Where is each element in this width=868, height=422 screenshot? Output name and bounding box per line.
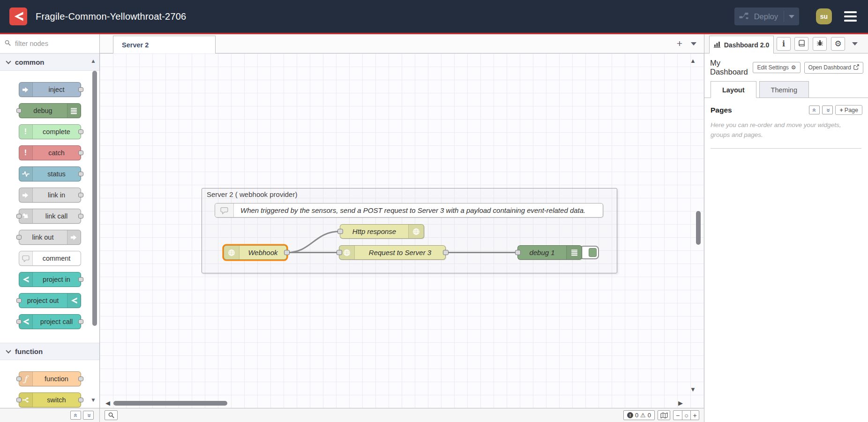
gear-icon: ⚙ [791,65,796,70]
flow-node-http_response[interactable]: Http response [340,224,424,239]
vscroll-up-icon[interactable]: ▲ [690,58,696,64]
add-page-button[interactable]: + Page [835,105,862,115]
zoom-reset-button[interactable]: ○ [682,411,690,420]
palette-node-project-in[interactable]: project in [19,272,81,287]
horizontal-scrollbar[interactable] [113,401,227,406]
hscroll-left-icon[interactable]: ◀ [105,400,110,406]
palette-node-catch[interactable]: !catch [19,145,81,160]
open-dashboard-button[interactable]: Open Dashboard [804,62,863,74]
palette-node-label: comment [19,251,81,265]
palette-node-project-out[interactable]: project out [19,293,81,308]
output-port[interactable] [284,250,290,255]
chevron-down-icon [6,348,11,353]
palette-category-function[interactable]: function [0,343,99,360]
palette-node-label: debug [19,104,81,118]
palette-node-debug[interactable]: debug [19,103,81,118]
notifications-counter[interactable]: ! 0 ⚠ 0 [623,410,655,420]
pages-header-row: Pages « « + Page [704,98,868,119]
flow-node-debug1[interactable]: debug 1 [517,245,582,260]
flow-node-label: Http response [340,225,424,238]
zoom-out-button[interactable]: − [673,411,682,420]
user-avatar[interactable]: su [816,8,832,24]
edit-settings-button[interactable]: Edit Settings ⚙ [753,62,800,73]
sidebar-tabs-caret-icon[interactable] [852,42,858,45]
flow-node-label: Webhook [224,246,286,259]
palette-node-label: link call [19,209,81,223]
sidebar-tab-debug[interactable] [813,37,827,51]
palette-node-switch[interactable]: switch [19,392,81,407]
sidebar-tab-config[interactable]: ⚙ [831,37,845,51]
error-count-icon: ! [627,412,633,418]
comment-bubble-icon [215,203,234,217]
input-port [16,214,22,219]
palette-node-project-call[interactable]: project call [19,314,81,329]
debug-toggle-button[interactable] [580,246,599,259]
palette-node-inject[interactable]: inject [19,82,81,97]
pages-move-down-button[interactable]: « [822,106,833,114]
palette-node-label: inject [19,83,81,97]
sidebar-tabbar: Dashboard 2.0 i ⚙ [704,34,868,53]
output-port [78,398,83,402]
pages-move-up-button[interactable]: « [809,106,820,114]
palette-node-link-call[interactable]: link call [19,209,81,224]
palette-category-common[interactable]: common [0,53,99,71]
palette-node-complete[interactable]: !complete [19,124,81,139]
flow-node-label: Request to Server 3 [339,246,445,259]
external-link-icon [853,64,859,71]
flow-tab-server-2[interactable]: Server 2 [113,36,216,53]
sidebar-tab-dashboard[interactable]: Dashboard 2.0 [709,36,774,53]
output-port [78,319,83,324]
navigator-toggle-button[interactable] [658,410,670,420]
flowfuse-logo-icon [9,8,27,25]
output-port [78,377,83,381]
dashboard-header-row: My Dashboard Edit Settings ⚙ Open Dashbo… [704,53,868,81]
palette-node-label: function [19,372,81,386]
plus-icon: + [839,107,843,113]
palette-node-link-in[interactable]: link in [19,188,81,203]
add-flow-button[interactable]: + [677,38,682,49]
palette-scroll-up-icon[interactable]: ▲ [90,58,96,64]
wire-webhook-httpresponse[interactable] [287,232,340,253]
sidebar-tab-info[interactable]: i [777,37,791,51]
zoom-in-button[interactable]: + [690,411,699,420]
input-port[interactable] [337,229,343,234]
bug-icon [816,39,823,48]
sidebar-tab-help[interactable] [794,37,808,51]
comment-node[interactable]: When triggered by the sensors, send a PO… [215,203,603,218]
vscroll-down-icon[interactable]: ▼ [690,386,696,392]
flow-list-caret-icon[interactable] [691,42,696,45]
palette-node-link-out[interactable]: link out [19,230,81,245]
palette-node-label: complete [19,125,81,139]
palette-collapse-all-button[interactable]: « [70,411,81,420]
palette-search[interactable] [0,34,99,53]
main-menu-button[interactable] [844,11,857,22]
palette-node-status[interactable]: status [19,166,81,181]
hscroll-right-icon[interactable]: ▶ [678,400,683,406]
palette-scroll-down-icon[interactable]: ▼ [90,397,96,403]
palette-scrollbar[interactable] [92,71,97,326]
flow-tab-label: Server 2 [122,41,149,49]
input-port [16,377,22,381]
flow-node-request[interactable]: Request to Server 3 [339,245,446,260]
warning-icon: ⚠ [640,412,646,418]
deploy-button[interactable]: Deploy [734,8,799,25]
chevron-down-icon [6,59,11,64]
deploy-options-caret-icon[interactable] [789,15,794,18]
palette-expand-all-button[interactable]: « [83,411,94,420]
input-port[interactable] [515,250,521,255]
tab-theming[interactable]: Theming [759,81,809,98]
canvas-search-button[interactable] [105,410,118,420]
output-port[interactable] [443,250,449,255]
vertical-scrollbar[interactable] [696,211,701,245]
palette-node-comment[interactable]: comment [19,251,81,266]
flow-tabbar: Server 2 + [100,34,704,53]
tab-layout[interactable]: Layout [711,81,756,98]
palette-filter-input[interactable] [14,39,84,48]
input-port[interactable] [337,250,342,255]
workspace-footer: ! 0 ⚠ 0 − ○ + [100,408,704,422]
flow-canvas[interactable]: Server 2 ( webhook provider) When trigge… [100,53,704,408]
input-port [16,319,22,324]
palette-node-function[interactable]: ƒfunction [19,371,81,386]
flow-node-webhook[interactable]: Webhook [224,245,287,260]
palette-footer: « « [0,408,99,422]
